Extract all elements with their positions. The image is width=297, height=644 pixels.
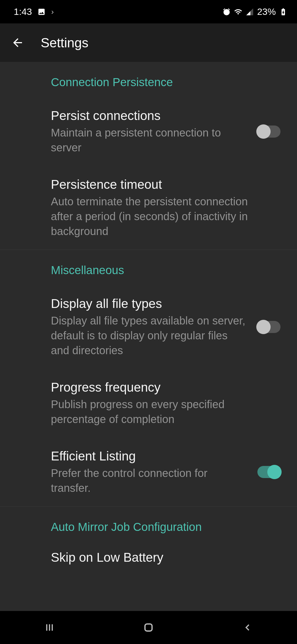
battery-text: 23% <box>257 6 276 17</box>
battery-icon <box>279 8 287 16</box>
svg-rect-3 <box>145 624 152 631</box>
setting-text: Efficient Listing Prefer the control con… <box>51 449 257 495</box>
home-icon <box>142 621 155 634</box>
toggle-persist-connections[interactable] <box>257 125 280 138</box>
section-header-miscellaneous: Miscellaneous <box>0 250 297 285</box>
setting-title: Persistence timeout <box>51 177 270 192</box>
setting-subtitle: Prefer the control connection for transf… <box>51 466 246 495</box>
setting-progress-frequency[interactable]: Progress frequency Publish progress on e… <box>0 369 297 438</box>
toggle-knob <box>256 320 271 334</box>
back-arrow-icon <box>11 36 24 49</box>
setting-subtitle: Auto terminate the persistent connection… <box>51 194 270 239</box>
nav-back-icon <box>242 622 253 633</box>
recents-icon <box>44 622 55 633</box>
setting-display-all-file-types[interactable]: Display all file types Display all file … <box>0 285 297 369</box>
navigation-bar <box>0 611 297 644</box>
setting-title: Skip on Low Battery <box>51 550 270 565</box>
app-bar: Settings <box>0 23 297 62</box>
setting-subtitle: Maintain a persistent connection to serv… <box>51 125 246 155</box>
nav-back-button[interactable] <box>239 619 256 636</box>
status-time: 1:43 <box>14 6 32 17</box>
signal-icon <box>246 8 254 16</box>
section-header-auto-mirror: Auto Mirror Job Configuration <box>0 507 297 542</box>
status-bar: 1:43 › 23% <box>0 0 297 23</box>
setting-title: Display all file types <box>51 296 246 311</box>
setting-text: Display all file types Display all file … <box>51 296 257 358</box>
toggle-knob <box>256 124 271 139</box>
settings-content[interactable]: Connection Persistence Persist connectio… <box>0 62 297 602</box>
setting-text: Progress frequency Publish progress on e… <box>51 380 280 427</box>
setting-persistence-timeout[interactable]: Persistence timeout Auto terminate the p… <box>0 166 297 250</box>
setting-title: Progress frequency <box>51 380 270 395</box>
setting-text: Persist connections Maintain a persisten… <box>51 108 257 155</box>
back-button[interactable] <box>11 36 24 49</box>
home-button[interactable] <box>140 619 157 636</box>
toggle-efficient-listing[interactable] <box>257 466 280 478</box>
wifi-icon <box>234 8 242 16</box>
toggle-knob <box>267 465 282 479</box>
page-title: Settings <box>41 35 88 50</box>
setting-title: Efficient Listing <box>51 449 246 463</box>
toggle-display-all-file-types[interactable] <box>257 321 280 333</box>
setting-subtitle: Publish progress on every specified perc… <box>51 397 270 427</box>
setting-efficient-listing[interactable]: Efficient Listing Prefer the control con… <box>0 438 297 506</box>
setting-text: Persistence timeout Auto terminate the p… <box>51 177 280 239</box>
setting-text: Skip on Low Battery <box>51 550 280 567</box>
status-bar-right: 23% <box>222 6 287 17</box>
notification-icon: › <box>51 7 54 16</box>
image-icon <box>37 8 46 16</box>
setting-skip-on-low-battery[interactable]: Skip on Low Battery <box>0 542 297 575</box>
status-bar-left: 1:43 › <box>14 6 54 17</box>
recents-button[interactable] <box>41 619 58 636</box>
alarm-icon <box>222 8 231 16</box>
setting-title: Persist connections <box>51 108 246 123</box>
setting-persist-connections[interactable]: Persist connections Maintain a persisten… <box>0 97 297 166</box>
setting-subtitle: Display all file types available on serv… <box>51 313 246 358</box>
section-header-connection-persistence: Connection Persistence <box>0 62 297 97</box>
